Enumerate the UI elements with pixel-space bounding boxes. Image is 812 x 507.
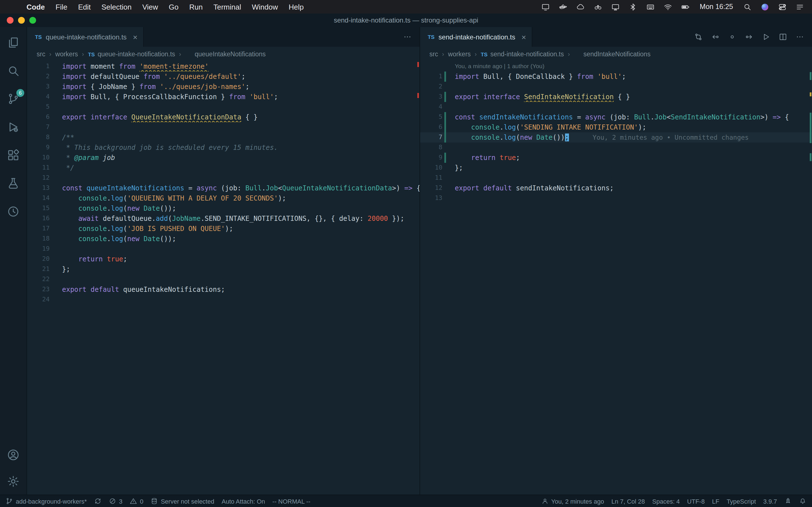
more-actions-icon[interactable] — [403, 33, 411, 41]
breadcrumb-workers[interactable]: workers — [448, 51, 471, 57]
display-icon[interactable] — [541, 3, 550, 11]
more-actions-icon[interactable] — [796, 33, 804, 41]
menu-window[interactable]: Window — [252, 3, 278, 11]
code-line[interactable]: 3import { JobName } from '../queues/job-… — [27, 82, 419, 92]
run-and-debug-button[interactable] — [7, 121, 20, 133]
code-line[interactable]: 1import moment from 'moment-timezone' — [27, 61, 419, 71]
code-line[interactable]: 12export default sendIntakeNotifications… — [420, 183, 812, 193]
keyboard-input-icon[interactable] — [646, 3, 655, 11]
breadcrumb-file[interactable]: TS send-intake-notification.ts — [481, 51, 564, 57]
code-line[interactable]: 21}; — [27, 264, 419, 274]
close-window-button[interactable] — [7, 17, 13, 24]
search-button[interactable] — [7, 64, 20, 77]
account-button[interactable] — [7, 448, 20, 461]
menu-app-code[interactable]: Code — [27, 3, 45, 11]
testing-button[interactable] — [7, 177, 20, 190]
bell-status-item[interactable] — [799, 497, 806, 505]
code-line[interactable]: 10 * @param job — [27, 153, 419, 163]
typescript-status-item[interactable]: TypeScript — [726, 498, 756, 504]
breadcrumb-file[interactable]: TS queue-intake-notification.ts — [88, 51, 175, 57]
code-line[interactable]: 20 return true; — [27, 254, 419, 264]
code-line[interactable]: 6export interface QueueIntakeNotificatio… — [27, 112, 419, 122]
control-center-icon[interactable] — [778, 3, 786, 11]
code-line[interactable]: 5const sendIntakeNotifications = async (… — [420, 112, 812, 122]
code-line[interactable]: 18 console.log(new Date()); — [27, 234, 419, 244]
code-line[interactable]: 23export default queueIntakeNotification… — [27, 284, 419, 295]
code-line[interactable]: 2import defaultQueue from '../queues/def… — [27, 71, 419, 82]
menu-run[interactable]: Run — [189, 3, 203, 11]
previous-change-icon[interactable] — [711, 33, 719, 41]
time-clock-button[interactable] — [7, 205, 20, 218]
code-line[interactable]: 9 * This background job is scheduled eve… — [27, 143, 419, 153]
code-line[interactable]: 3export interface SendIntakeNotification… — [420, 92, 812, 102]
notification-list-icon[interactable] — [796, 3, 804, 11]
next-change-icon[interactable] — [745, 33, 753, 41]
menu-go[interactable]: Go — [169, 3, 179, 11]
code-line[interactable]: 14 console.log('QUEUEING WITH A DELAY OF… — [27, 193, 419, 203]
code-line[interactable]: 4import Bull, { ProcessCallbackFunction … — [27, 92, 419, 102]
code-line[interactable]: 10}; — [420, 163, 812, 173]
settings-gear-button[interactable] — [7, 475, 20, 488]
codelens-blame[interactable]: You, a minute ago | 1 author (You) — [420, 61, 812, 71]
extensions-button[interactable] — [7, 149, 20, 162]
menu-terminal[interactable]: Terminal — [213, 3, 241, 11]
code-line[interactable]: 19 — [27, 244, 419, 254]
code-line[interactable]: 13 — [420, 193, 812, 203]
compare-changes-icon[interactable] — [694, 33, 703, 41]
code-line[interactable]: 8/** — [27, 132, 419, 143]
menu-help[interactable]: Help — [289, 3, 304, 11]
auto-attach-on-status-item[interactable]: Auto Attach: On — [221, 498, 265, 504]
explorer-button[interactable] — [7, 36, 20, 49]
add-background-workers-status-item[interactable]: add-background-workers* — [6, 497, 87, 505]
breadcrumb-workers[interactable]: workers — [55, 51, 78, 57]
you-2-minutes-ago-status-item[interactable]: You, 2 minutes ago — [541, 497, 604, 505]
code-line[interactable]: 6 console.log('SENDING INTAKE NOTIFICATI… — [420, 122, 812, 132]
ln-7-col-28-status-item[interactable]: Ln 7, Col 28 — [612, 498, 645, 504]
code-line[interactable]: 12 — [27, 173, 419, 183]
cloud-sync-icon[interactable] — [576, 3, 585, 11]
tab-send-intake-notification[interactable]: TS send-intake-notification.ts × — [420, 27, 532, 47]
close-tab-icon[interactable]: × — [133, 33, 137, 41]
binoculars-icon[interactable] — [594, 3, 602, 11]
menu-clock[interactable]: Mon 16:25 — [700, 3, 733, 11]
run-file-icon[interactable] — [762, 33, 770, 41]
code-editor-left[interactable]: 1import moment from 'moment-timezone'2im… — [27, 61, 419, 495]
screen-mirroring-icon[interactable] — [611, 3, 620, 11]
code-line[interactable]: 16 await defaultQueue.add(JobName.SEND_I… — [27, 214, 419, 224]
close-tab-icon[interactable]: × — [521, 33, 526, 41]
code-line[interactable]: 7 console.log(new Date());You, 2 minutes… — [420, 132, 812, 143]
revert-change-icon[interactable] — [728, 33, 737, 41]
code-line[interactable]: 22 — [27, 274, 419, 284]
utf-8-status-item[interactable]: UTF-8 — [687, 498, 705, 504]
lf-status-item[interactable]: LF — [712, 498, 719, 504]
minimize-window-button[interactable] — [18, 17, 25, 24]
code-line[interactable]: 15 console.log(new Date()); — [27, 203, 419, 214]
apple-menu-icon[interactable] — [8, 3, 16, 11]
3-9-7-status-item[interactable]: 3.9.7 — [763, 498, 777, 504]
code-line[interactable]: 24 — [27, 295, 419, 305]
code-line[interactable]: 9 return true; — [420, 153, 812, 163]
code-line[interactable]: 8 — [420, 143, 812, 153]
normal-status-item[interactable]: -- NORMAL -- — [272, 498, 310, 504]
menu-view[interactable]: View — [142, 3, 158, 11]
server-not-selected-status-item[interactable]: Server not selected — [151, 497, 214, 505]
menu-edit[interactable]: Edit — [78, 3, 91, 11]
code-line[interactable]: 1import Bull, { DoneCallback } from 'bul… — [420, 71, 812, 82]
breadcrumb-symbol[interactable]: queueIntakeNotifications — [185, 51, 266, 57]
code-line[interactable]: 5 — [27, 102, 419, 112]
0-status-item[interactable]: 0 — [130, 497, 143, 505]
code-line[interactable]: 11 — [420, 173, 812, 183]
zoom-window-button[interactable] — [29, 17, 36, 24]
sync-status-item[interactable] — [94, 497, 101, 505]
bluetooth-icon[interactable] — [629, 3, 637, 11]
code-line[interactable]: 13const queueIntakeNotifications = async… — [27, 183, 419, 193]
source-control-button[interactable]: 6 — [7, 93, 20, 105]
split-editor-icon[interactable] — [779, 33, 787, 41]
code-editor-right[interactable]: You, a minute ago | 1 author (You)1impor… — [420, 61, 812, 495]
docker-whale-icon[interactable] — [559, 3, 567, 11]
breadcrumb-src[interactable]: src — [429, 51, 438, 57]
spaces-4-status-item[interactable]: Spaces: 4 — [652, 498, 680, 504]
battery-icon[interactable] — [681, 3, 690, 11]
breadcrumb-symbol[interactable]: sendIntakeNotifications — [574, 51, 651, 57]
code-line[interactable]: 4 — [420, 102, 812, 112]
